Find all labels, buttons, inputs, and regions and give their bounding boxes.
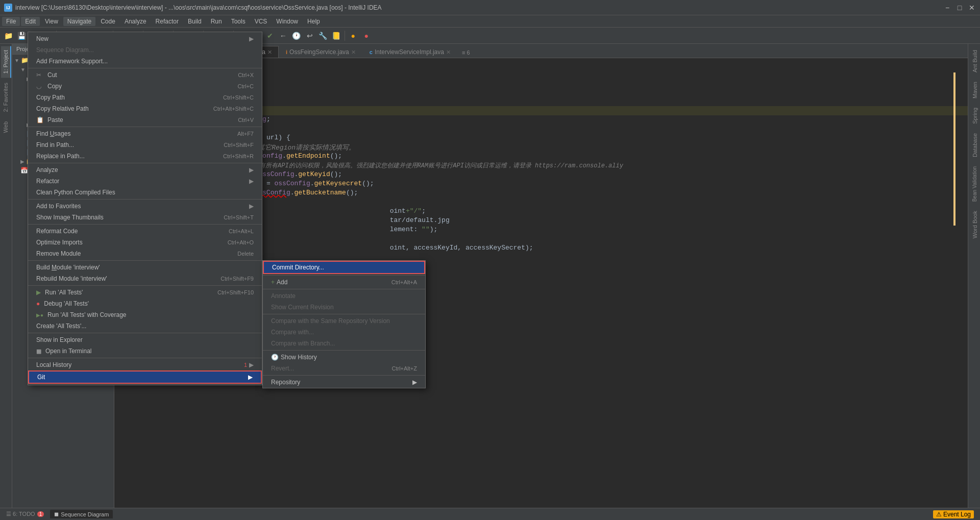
ctx-clean-python[interactable]: Clean Python Compiled Files (28, 187, 262, 198)
sequence-diagram-tab[interactable]: ◼ Sequence Diagram (50, 510, 113, 518)
ctx-remove-module[interactable]: Remove Module Delete (28, 248, 262, 259)
menu-run[interactable]: Run (207, 17, 226, 26)
vcs-compare-same-repo: Compare with the Same Repository Version (263, 315, 425, 327)
ctx-create-tests[interactable]: Create 'All Tests'... (28, 320, 262, 332)
vcs-add[interactable]: + Add Ctrl+Alt+A (263, 277, 425, 288)
tab-overflow[interactable]: ≡ 6 (458, 47, 474, 58)
copy-rel-shortcut: Ctrl+Alt+Shift+C (213, 106, 254, 112)
tab-close[interactable]: ✕ (351, 49, 356, 56)
menu-bar: File Edit View Navigate Code Analyze Ref… (0, 15, 980, 28)
menu-window[interactable]: Window (272, 17, 302, 26)
ctx-find-in-path[interactable]: Find in Path... Ctrl+Shift+F (28, 139, 262, 151)
ctx-copy-path[interactable]: Copy Path Ctrl+Shift+C (28, 92, 262, 103)
toolbar-save-btn[interactable]: 💾 (15, 30, 28, 42)
vcs-show-history[interactable]: 🕐 Show History (263, 352, 425, 363)
ctx-open-terminal[interactable]: ▦ Open in Terminal (28, 345, 262, 357)
toolbar-git-checkmark2[interactable]: ✔ (264, 30, 276, 42)
toolbar-present-btn[interactable]: ● (360, 30, 373, 42)
vcs-sep-3 (263, 314, 425, 314)
ctx-analyze[interactable]: Analyze ▶ (28, 164, 262, 176)
menu-edit[interactable]: Edit (21, 17, 40, 26)
revert-shortcut: Ctrl+Alt+Z (391, 365, 417, 372)
right-tab-database[interactable]: Database (969, 129, 979, 161)
tab-icon: c (370, 49, 373, 55)
ctx-add-favorites[interactable]: Add to Favorites ▶ (28, 201, 262, 212)
ctx-show-thumbnails[interactable]: Show Image Thumbnails Ctrl+Shift+T (28, 212, 262, 223)
right-tab-bean-validation[interactable]: Bean Validation (969, 162, 979, 206)
menu-code[interactable]: Code (96, 17, 119, 26)
sidebar-tab-project[interactable]: 1: Project (1, 46, 11, 78)
minimize-button[interactable]: − (943, 4, 951, 12)
tab-ossfeignservice[interactable]: i OssFeingService.java ✕ (279, 46, 362, 58)
toolbar-git-undo[interactable]: ↩ (304, 30, 316, 42)
sidebar-tab-web[interactable]: Web (1, 117, 11, 137)
menu-section-edit: ✂ Cut Ctrl+X ◡ Copy Ctrl+C Copy Path Ctr… (28, 68, 262, 127)
title-left: IJ interview [C:\Users\86130\Desktop\int… (4, 4, 382, 12)
right-tab-spring[interactable]: Spring (969, 104, 979, 128)
tree-arrow: ▶ (20, 159, 24, 164)
ctx-copy-relative[interactable]: Copy Relative Path Ctrl+Alt+Shift+C (28, 103, 262, 114)
menu-refactor[interactable]: Refactor (152, 17, 183, 26)
right-tab-word-book[interactable]: Word Book (969, 207, 979, 242)
ctx-run-coverage[interactable]: ▶● Run 'All Tests' with Coverage (28, 309, 262, 320)
menu-vcs[interactable]: VCS (251, 17, 272, 26)
open-terminal-label: Open in Terminal (45, 348, 92, 355)
vcs-repository[interactable]: Repository ▶ (263, 377, 425, 388)
create-tests-label: Create 'All Tests'... (36, 323, 86, 330)
tree-arrow: ▼ (14, 58, 19, 63)
ctx-local-history[interactable]: Local History 1 ▶ (28, 359, 262, 370)
compare-repo-label: Compare with the Same Repository Version (271, 317, 390, 325)
maximize-button[interactable]: □ (955, 4, 964, 12)
close-button[interactable]: ✕ (968, 4, 976, 12)
ctx-new[interactable]: New ▶ (28, 33, 262, 44)
add-fw-label: Add Framework Support... (36, 58, 108, 65)
tab-close[interactable]: ✕ (446, 49, 451, 56)
sequence-label: Sequence Diagram (61, 511, 109, 517)
menu-tools[interactable]: Tools (227, 17, 250, 26)
event-log[interactable]: ⚠ Event Log (933, 510, 974, 518)
toolbar-git-wrench[interactable]: 🔧 (317, 30, 329, 42)
vcs-annotate: Annotate (263, 290, 425, 302)
new-label: New (36, 35, 48, 42)
toolbar-git-patch[interactable]: 📒 (330, 30, 342, 42)
ctx-add-framework[interactable]: Add Framework Support... (28, 56, 262, 67)
sidebar-tab-favorites[interactable]: 2: Favorites (1, 79, 11, 116)
yellow-stripe (953, 72, 955, 226)
ctx-copy[interactable]: ◡ Copy Ctrl+C (28, 81, 262, 92)
right-tab-ant-build[interactable]: Ant Build (969, 46, 979, 77)
menu-view[interactable]: View (41, 17, 62, 26)
tab-interviewserviceimpl[interactable]: c InterviewServiceImpl.java ✕ (363, 46, 457, 58)
ctx-optimize-imports[interactable]: Optimize Imports Ctrl+Alt+O (28, 237, 262, 248)
ctx-find-usages[interactable]: Find Usages Alt+F7 (28, 128, 262, 139)
ctx-debug-tests[interactable]: ● Debug 'All Tests' (28, 298, 262, 309)
paste-icon: 📋 (36, 116, 43, 123)
ctx-reformat[interactable]: Reformat Code Ctrl+Alt+L (28, 226, 262, 237)
toolbar-git-clock[interactable]: 🕐 (290, 30, 303, 42)
ctx-replace-in-path[interactable]: Replace in Path... Ctrl+Shift+R (28, 151, 262, 162)
ctx-run-tests[interactable]: ▶ Run 'All Tests' Ctrl+Shift+F10 (28, 287, 262, 298)
menu-analyze[interactable]: Analyze (120, 17, 151, 26)
ctx-paste[interactable]: 📋 Paste Ctrl+V (28, 114, 262, 126)
cut-label: Cut (47, 71, 57, 79)
ctx-rebuild-module[interactable]: Rebuild Module 'interview' Ctrl+Shift+F9 (28, 273, 262, 284)
compare-with-label: Compare with... (271, 329, 314, 336)
menu-file[interactable]: File (2, 17, 20, 26)
toolbar-powermode-btn[interactable]: ● (347, 30, 359, 42)
right-tab-maven[interactable]: Maven (969, 78, 979, 103)
todo-tab[interactable]: ☰ 6: TODO 1 (2, 510, 48, 518)
ctx-build-module[interactable]: Build Module 'interview' (28, 262, 262, 273)
menu-navigate[interactable]: Navigate (63, 17, 95, 26)
window-controls[interactable]: − □ ✕ (943, 4, 976, 12)
ctx-refactor[interactable]: Refactor ▶ (28, 176, 262, 187)
vcs-commit-directory[interactable]: Commit Directory... (263, 261, 425, 274)
toolbar-open-btn[interactable]: 📁 (2, 30, 14, 42)
menu-help[interactable]: Help (303, 17, 324, 26)
menu-build[interactable]: Build (184, 17, 206, 26)
ctx-show-explorer[interactable]: Show in Explorer (28, 334, 262, 345)
tree-arrow: ▼ (20, 67, 26, 72)
vcs-sep-4 (263, 350, 425, 351)
toolbar-git-arrow[interactable]: ← (277, 30, 289, 42)
tab-close[interactable]: ✕ (267, 49, 272, 56)
ctx-cut[interactable]: ✂ Cut Ctrl+X (28, 69, 262, 81)
ctx-git[interactable]: Git ▶ (28, 370, 262, 384)
